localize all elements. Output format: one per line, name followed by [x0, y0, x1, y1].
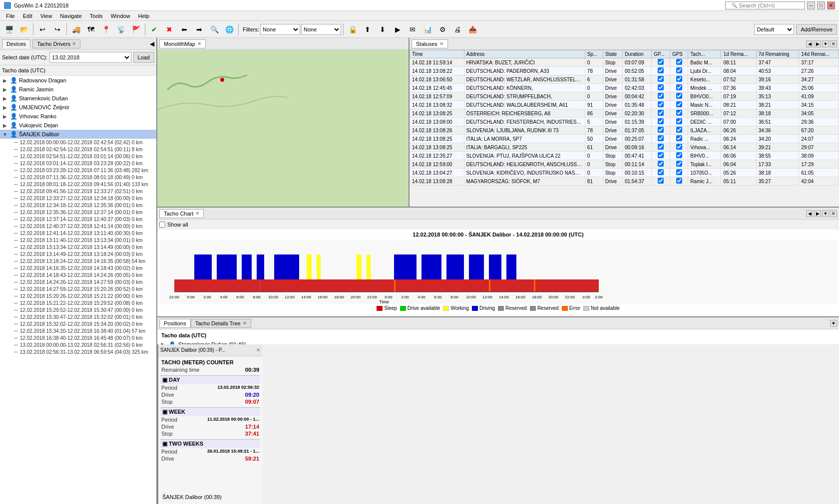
list-item[interactable]: ─12.02.2018 07:11:36-12.02.2018 08:01:18…: [0, 174, 156, 181]
list-item[interactable]: ─12.02.2018 14:16:35-12.02.2018 14:18:43…: [0, 264, 156, 271]
list-item[interactable]: ─12.02.2018 15:30:47-12.02.2018 15:32:02…: [0, 313, 156, 320]
tree-item-stamenkovic[interactable]: ▶ 👤 Stamenkovic Dušan (01:46): [159, 339, 837, 344]
menu-file[interactable]: File: [2, 11, 19, 20]
tab-statuses-close[interactable]: ✕: [439, 41, 443, 46]
table-checkbox[interactable]: [658, 76, 664, 82]
toolbar-btn-earth[interactable]: 🌐: [222, 22, 236, 36]
tab-tacho-details[interactable]: Tacho Details Tree ✕: [191, 319, 251, 328]
menu-navigate[interactable]: Navigate: [56, 11, 85, 20]
list-item[interactable]: ─12.02.2018 12:40:37-12.02.2018 12:41:14…: [0, 223, 156, 230]
table-checkbox[interactable]: [658, 110, 664, 116]
table-checkbox[interactable]: [676, 161, 682, 167]
toolbar-btn-cross-red[interactable]: ✖: [162, 22, 176, 36]
list-item[interactable]: ─12.02.2018 16:38:40-12.02.2018 16:45:48…: [0, 334, 156, 341]
toolbar-btn-upload[interactable]: ⬆: [361, 22, 375, 36]
toolbar-btn-redo[interactable]: ↪: [50, 22, 64, 36]
maximize-button[interactable]: □: [817, 1, 825, 9]
add-remove-button[interactable]: Add/Remove: [796, 24, 837, 35]
nav-close-panel[interactable]: ✕: [830, 40, 837, 47]
toolbar-btn-export[interactable]: 📤: [465, 22, 479, 36]
table-checkbox[interactable]: [676, 178, 682, 184]
driver-vukojevic[interactable]: ▶ 👤 Vukojevic Dejan: [0, 121, 156, 130]
list-item[interactable]: ─12.02.2018 12:33:27-12.02.2018 12:34:18…: [0, 195, 156, 202]
table-checkbox[interactable]: [658, 178, 664, 184]
driver-stamenkovic[interactable]: ▶ 👤 Stamenkovic Dušan: [0, 94, 156, 103]
minimize-button[interactable]: ─: [807, 1, 815, 9]
list-item[interactable]: ─12.02.2018 13:18:24-12.02.2018 14:16:35…: [0, 257, 156, 264]
table-checkbox[interactable]: [676, 59, 682, 65]
table-checkbox[interactable]: [676, 169, 682, 175]
list-item[interactable]: ─13.02.2018 02:56:31-13.02.2018 06:59:54…: [0, 348, 156, 355]
table-checkbox[interactable]: [658, 101, 664, 107]
list-item[interactable]: ─12.02.2018 13:13:34-12.02.2018 13:14:49…: [0, 244, 156, 251]
toolbar-btn-check-green[interactable]: ✔: [147, 22, 161, 36]
list-item[interactable]: ─12.02.2018 14:27:59-12.02.2018 15:20:26…: [0, 285, 156, 292]
table-row[interactable]: 14.02.18 12:45:45DEUTSCHLAND: KÖNNERN,0D…: [410, 84, 839, 92]
list-item[interactable]: ─12.02.2018 00:00:00-12.02.2018 02:42:54…: [0, 139, 156, 146]
close-button[interactable]: ✕: [827, 1, 835, 9]
toolbar-btn-download[interactable]: ⬇: [376, 22, 390, 36]
chart-nav-expand[interactable]: ▼: [822, 210, 829, 217]
filter-select-2[interactable]: None: [301, 24, 341, 35]
tab-monolithmap[interactable]: MonolithMap ✕: [159, 39, 206, 48]
driver-vrhovac[interactable]: ▶ 👤 Vrhovac Ranko: [0, 112, 156, 121]
list-item[interactable]: ─12.02.2018 15:29:52-12.02.2018 15:30:47…: [0, 306, 156, 313]
table-checkbox[interactable]: [676, 127, 682, 133]
list-item[interactable]: ─12.02.2018 12:37:14-12.02.2018 12:40:37…: [0, 216, 156, 223]
table-row[interactable]: 14.02.18 13:08:32DEUTSCHLAND: WALDLAUBER…: [410, 101, 839, 109]
table-checkbox[interactable]: [676, 84, 682, 90]
tab-devices[interactable]: Devices: [2, 39, 30, 48]
toolbar-btn-pin[interactable]: 📍: [99, 22, 113, 36]
table-checkbox[interactable]: [676, 135, 682, 141]
load-button[interactable]: Load: [133, 52, 154, 63]
statuses-table-container[interactable]: Time Address Sp... State Duration GP... …: [410, 50, 839, 207]
nav-prev[interactable]: ◀: [806, 40, 813, 47]
toolbar-btn-chart[interactable]: 📊: [420, 22, 434, 36]
driver-ramic[interactable]: ▶ 👤 Ramic Jasmin: [0, 85, 156, 94]
toolbar-btn-antenna[interactable]: 📡: [114, 22, 128, 36]
tab-tacho-drivers-close[interactable]: ✕: [72, 41, 76, 46]
toolbar-btn-right[interactable]: ➡: [192, 22, 206, 36]
list-item[interactable]: ─12.02.2018 15:21:22-12.02.2018 15:29:52…: [0, 299, 156, 306]
table-row[interactable]: 14.02.18 13:08:25ITALIA: LA MORRA, SP750…: [410, 135, 839, 143]
table-row[interactable]: 14.02.18 12:57:09DEUTSCHLAND: STRUMPFELB…: [410, 92, 839, 101]
driver-umjenovic[interactable]: ▶ 👤 UMJENOVIĆ Željmir: [0, 103, 156, 112]
menu-tools[interactable]: Tools: [86, 11, 107, 20]
list-item[interactable]: ─12.02.2018 14:18:43-12.02.2018 14:24:26…: [0, 271, 156, 278]
toolbar-btn-zoom[interactable]: 🔍: [207, 22, 221, 36]
bottom-nav-expand[interactable]: ▼: [830, 320, 837, 327]
toolbar-btn-print[interactable]: 🖨: [450, 22, 464, 36]
toolbar-btn-left[interactable]: ⬅: [177, 22, 191, 36]
toolbar-btn-2[interactable]: 📂: [17, 22, 31, 36]
driver-radovanov[interactable]: ▶ 👤 Radovanov Dragan: [0, 76, 156, 85]
table-checkbox[interactable]: [658, 84, 664, 90]
list-item[interactable]: ─12.02.2018 12:41:14-12.02.2018 13:11:40…: [0, 230, 156, 237]
left-panel-close[interactable]: ◀: [150, 40, 154, 47]
tacho-tree[interactable]: Tacho data (UTC) ▶ 👤 Stamenkovic Dušan (…: [157, 329, 839, 344]
toolbar-btn-1[interactable]: 🖥️: [2, 22, 16, 36]
toolbar-btn-settings[interactable]: ⚙: [435, 22, 449, 36]
table-checkbox[interactable]: [676, 67, 682, 73]
show-all-checkbox[interactable]: [159, 222, 165, 228]
nav-next[interactable]: ▶: [814, 40, 821, 47]
table-row[interactable]: 14.02.18 13:08:25ITALIA: BARGAGLI, SP225…: [410, 143, 839, 152]
menu-window[interactable]: Window: [106, 11, 134, 20]
table-checkbox[interactable]: [658, 59, 664, 65]
list-item[interactable]: ─12.02.2018 12:34:18-12.02.2018 12:35:36…: [0, 202, 156, 209]
toolbar-btn-mail[interactable]: ✉: [406, 22, 420, 36]
nav-expand[interactable]: ▼: [822, 40, 829, 47]
table-checkbox[interactable]: [676, 118, 682, 124]
table-row[interactable]: 14.02.18 12:59:00DEUTSCHLAND: HEILIGENRO…: [410, 160, 839, 169]
driver-sanjek[interactable]: ▼ 👤 ŠANJEK Dalibor: [0, 130, 156, 139]
menu-help[interactable]: Help: [134, 11, 154, 20]
table-row[interactable]: 14.02.18 13:08:25ÖSTERREICH: REICHERSBER…: [410, 109, 839, 118]
table-row[interactable]: 14.02.18 13:04:27SLOVENIJA: KIDRIČEVO, I…: [410, 169, 839, 177]
list-item[interactable]: ─12.02.2018 03:01:14-12.02.2018 03:23:28…: [0, 160, 156, 167]
tab-tacho-chart[interactable]: Tacho Chart ✕: [159, 209, 204, 218]
table-checkbox[interactable]: [658, 118, 664, 124]
tab-tacho-details-close[interactable]: ✕: [243, 320, 247, 326]
tab-positions[interactable]: Positions: [159, 319, 191, 328]
table-row[interactable]: 14.02.18 13:08:28MAGYARORSZÁG: SIÓFOK, M…: [410, 177, 839, 186]
table-row[interactable]: 14.02.18 11:59:14HRVATSKA: BUZET, JURIČI…: [410, 58, 839, 67]
menu-edit[interactable]: Edit: [19, 11, 36, 20]
